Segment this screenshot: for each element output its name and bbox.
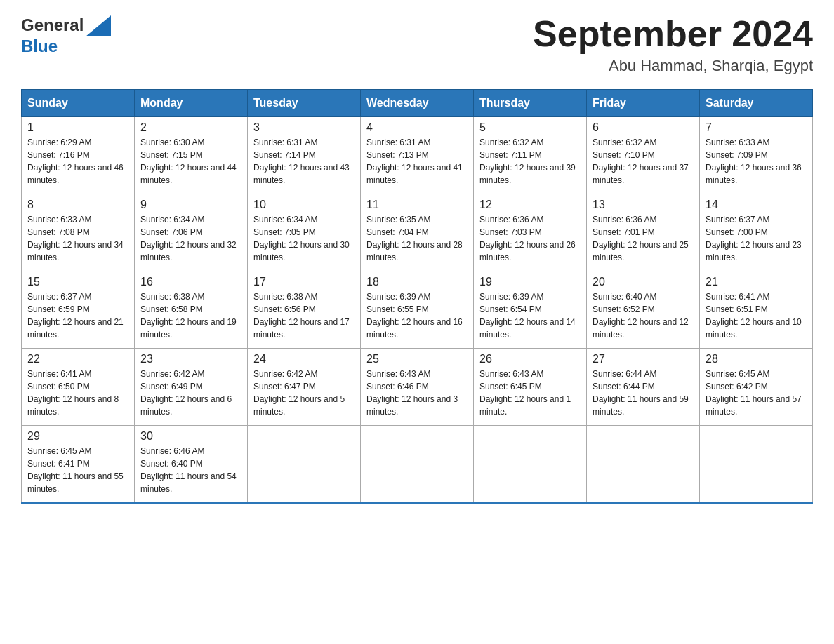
logo-general-text: General (21, 15, 84, 35)
table-row (587, 426, 700, 503)
day-info: Sunrise: 6:39 AMSunset: 6:54 PMDaylight:… (479, 290, 581, 341)
day-info: Sunrise: 6:43 AMSunset: 6:46 PMDaylight:… (366, 368, 468, 418)
calendar-week-row: 29 Sunrise: 6:45 AMSunset: 6:41 PMDaylig… (22, 426, 813, 503)
table-row: 16 Sunrise: 6:38 AMSunset: 6:58 PMDaylig… (135, 271, 248, 349)
header-monday: Monday (135, 90, 248, 117)
day-info: Sunrise: 6:33 AMSunset: 7:09 PMDaylight:… (706, 136, 807, 187)
day-number: 22 (27, 353, 128, 365)
day-number: 27 (593, 353, 694, 365)
day-info: Sunrise: 6:33 AMSunset: 7:08 PMDaylight:… (27, 213, 128, 264)
day-number: 6 (593, 121, 694, 134)
calendar-title: September 2024 (533, 14, 813, 54)
table-row: 11 Sunrise: 6:35 AMSunset: 7:04 PMDaylig… (361, 194, 474, 271)
day-number: 23 (140, 353, 241, 365)
header-tuesday: Tuesday (248, 90, 361, 117)
day-info: Sunrise: 6:39 AMSunset: 6:55 PMDaylight:… (366, 290, 468, 341)
day-info: Sunrise: 6:29 AMSunset: 7:16 PMDaylight:… (27, 136, 128, 187)
day-number: 26 (479, 353, 581, 365)
day-number: 17 (253, 276, 355, 288)
day-info: Sunrise: 6:35 AMSunset: 7:04 PMDaylight:… (366, 213, 468, 264)
table-row (361, 426, 474, 503)
day-info: Sunrise: 6:43 AMSunset: 6:45 PMDaylight:… (479, 368, 581, 418)
svg-marker-0 (86, 15, 111, 36)
day-info: Sunrise: 6:34 AMSunset: 7:06 PMDaylight:… (140, 213, 241, 264)
day-number: 28 (706, 353, 807, 365)
day-number: 7 (706, 121, 807, 134)
calendar-table: Sunday Monday Tuesday Wednesday Thursday… (21, 89, 813, 504)
day-info: Sunrise: 6:41 AMSunset: 6:51 PMDaylight:… (706, 290, 807, 341)
day-info: Sunrise: 6:46 AMSunset: 6:40 PMDaylight:… (140, 445, 241, 495)
day-info: Sunrise: 6:45 AMSunset: 6:41 PMDaylight:… (27, 445, 128, 495)
table-row (700, 426, 813, 503)
calendar-subtitle: Abu Hammad, Sharqia, Egypt (533, 57, 813, 75)
table-row: 6 Sunrise: 6:32 AMSunset: 7:10 PMDayligh… (587, 117, 700, 194)
page-header: General Blue September 2024 Abu Hammad, … (21, 14, 813, 75)
day-number: 13 (593, 199, 694, 211)
day-info: Sunrise: 6:34 AMSunset: 7:05 PMDaylight:… (253, 213, 355, 264)
day-info: Sunrise: 6:37 AMSunset: 7:00 PMDaylight:… (706, 213, 807, 264)
table-row: 7 Sunrise: 6:33 AMSunset: 7:09 PMDayligh… (700, 117, 813, 194)
day-number: 5 (479, 121, 581, 134)
table-row: 17 Sunrise: 6:38 AMSunset: 6:56 PMDaylig… (248, 271, 361, 349)
day-number: 14 (706, 199, 807, 211)
calendar-week-row: 1 Sunrise: 6:29 AMSunset: 7:16 PMDayligh… (22, 117, 813, 194)
day-info: Sunrise: 6:32 AMSunset: 7:11 PMDaylight:… (479, 136, 581, 187)
table-row: 5 Sunrise: 6:32 AMSunset: 7:11 PMDayligh… (474, 117, 587, 194)
table-row: 9 Sunrise: 6:34 AMSunset: 7:06 PMDayligh… (135, 194, 248, 271)
day-info: Sunrise: 6:31 AMSunset: 7:13 PMDaylight:… (366, 136, 468, 187)
day-number: 4 (366, 121, 468, 134)
calendar-header-row: Sunday Monday Tuesday Wednesday Thursday… (22, 90, 813, 117)
day-info: Sunrise: 6:38 AMSunset: 6:58 PMDaylight:… (140, 290, 241, 341)
header-wednesday: Wednesday (361, 90, 474, 117)
day-info: Sunrise: 6:38 AMSunset: 6:56 PMDaylight:… (253, 290, 355, 341)
day-number: 15 (27, 276, 128, 288)
day-number: 24 (253, 353, 355, 365)
table-row: 15 Sunrise: 6:37 AMSunset: 6:59 PMDaylig… (22, 271, 135, 349)
day-number: 11 (366, 199, 468, 211)
logo-blue-text: Blue (21, 36, 58, 55)
table-row (474, 426, 587, 503)
table-row: 10 Sunrise: 6:34 AMSunset: 7:05 PMDaylig… (248, 194, 361, 271)
logo-icon (86, 15, 111, 36)
day-info: Sunrise: 6:36 AMSunset: 7:01 PMDaylight:… (593, 213, 694, 264)
table-row: 28 Sunrise: 6:45 AMSunset: 6:42 PMDaylig… (700, 349, 813, 426)
day-number: 8 (27, 199, 128, 211)
table-row: 27 Sunrise: 6:44 AMSunset: 6:44 PMDaylig… (587, 349, 700, 426)
day-number: 1 (27, 121, 128, 134)
table-row: 26 Sunrise: 6:43 AMSunset: 6:45 PMDaylig… (474, 349, 587, 426)
day-info: Sunrise: 6:32 AMSunset: 7:10 PMDaylight:… (593, 136, 694, 187)
day-number: 9 (140, 199, 241, 211)
day-info: Sunrise: 6:45 AMSunset: 6:42 PMDaylight:… (706, 368, 807, 418)
day-info: Sunrise: 6:36 AMSunset: 7:03 PMDaylight:… (479, 213, 581, 264)
calendar-week-row: 8 Sunrise: 6:33 AMSunset: 7:08 PMDayligh… (22, 194, 813, 271)
table-row: 14 Sunrise: 6:37 AMSunset: 7:00 PMDaylig… (700, 194, 813, 271)
day-info: Sunrise: 6:40 AMSunset: 6:52 PMDaylight:… (593, 290, 694, 341)
table-row: 13 Sunrise: 6:36 AMSunset: 7:01 PMDaylig… (587, 194, 700, 271)
day-number: 30 (140, 430, 241, 443)
table-row: 23 Sunrise: 6:42 AMSunset: 6:49 PMDaylig… (135, 349, 248, 426)
table-row: 3 Sunrise: 6:31 AMSunset: 7:14 PMDayligh… (248, 117, 361, 194)
header-thursday: Thursday (474, 90, 587, 117)
day-info: Sunrise: 6:30 AMSunset: 7:15 PMDaylight:… (140, 136, 241, 187)
header-saturday: Saturday (700, 90, 813, 117)
table-row: 18 Sunrise: 6:39 AMSunset: 6:55 PMDaylig… (361, 271, 474, 349)
day-number: 25 (366, 353, 468, 365)
table-row: 8 Sunrise: 6:33 AMSunset: 7:08 PMDayligh… (22, 194, 135, 271)
table-row: 4 Sunrise: 6:31 AMSunset: 7:13 PMDayligh… (361, 117, 474, 194)
day-info: Sunrise: 6:42 AMSunset: 6:47 PMDaylight:… (253, 368, 355, 418)
day-info: Sunrise: 6:41 AMSunset: 6:50 PMDaylight:… (27, 368, 128, 418)
day-number: 2 (140, 121, 241, 134)
day-number: 10 (253, 199, 355, 211)
day-number: 12 (479, 199, 581, 211)
table-row: 29 Sunrise: 6:45 AMSunset: 6:41 PMDaylig… (22, 426, 135, 503)
day-info: Sunrise: 6:44 AMSunset: 6:44 PMDaylight:… (593, 368, 694, 418)
day-info: Sunrise: 6:31 AMSunset: 7:14 PMDaylight:… (253, 136, 355, 187)
calendar-week-row: 22 Sunrise: 6:41 AMSunset: 6:50 PMDaylig… (22, 349, 813, 426)
table-row: 2 Sunrise: 6:30 AMSunset: 7:15 PMDayligh… (135, 117, 248, 194)
header-friday: Friday (587, 90, 700, 117)
table-row: 30 Sunrise: 6:46 AMSunset: 6:40 PMDaylig… (135, 426, 248, 503)
day-number: 3 (253, 121, 355, 134)
table-row: 12 Sunrise: 6:36 AMSunset: 7:03 PMDaylig… (474, 194, 587, 271)
day-info: Sunrise: 6:42 AMSunset: 6:49 PMDaylight:… (140, 368, 241, 418)
day-number: 20 (593, 276, 694, 288)
